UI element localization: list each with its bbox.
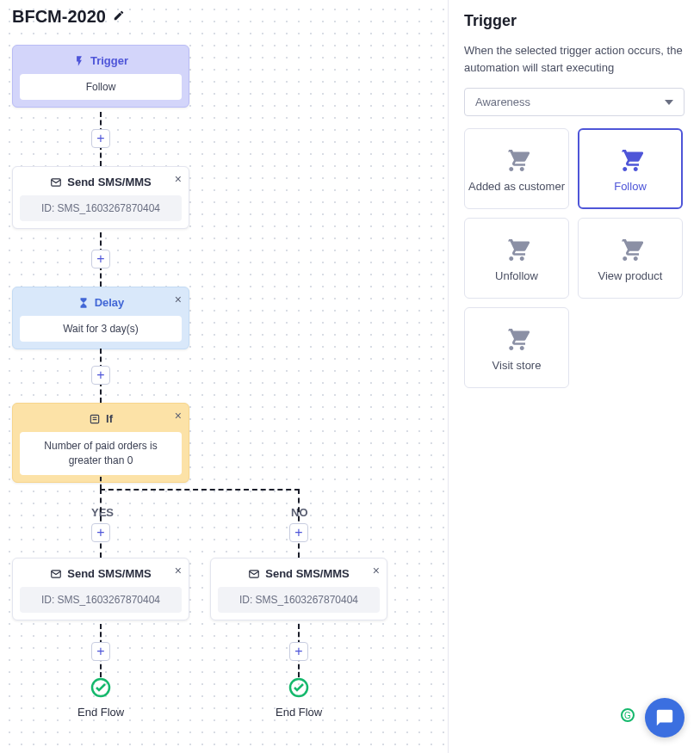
trigger-tiles: Added as customer Follow Unfollow View p… — [464, 128, 685, 388]
trigger-node-header: Trigger — [13, 46, 189, 74]
sms-node-1[interactable]: × Send SMS/MMS ID: SMS_1603267870404 — [12, 166, 189, 229]
close-icon[interactable]: × — [175, 172, 182, 186]
sms-node-header: Send SMS/MMS — [13, 559, 189, 587]
tile-label: Follow — [614, 180, 647, 193]
add-step-button[interactable]: + — [91, 523, 110, 542]
add-step-button[interactable]: + — [91, 250, 110, 268]
delay-node[interactable]: × Delay Wait for 3 day(s) — [12, 287, 189, 349]
chat-button[interactable] — [645, 698, 685, 738]
sms-node-no[interactable]: × Send SMS/MMS ID: SMS_1603267870404 — [210, 558, 387, 620]
sms-node-value: ID: SMS_1603267870404 — [218, 587, 380, 613]
close-icon[interactable]: × — [373, 564, 380, 577]
if-node-value: Number of paid orders is greater than 0 — [20, 432, 182, 475]
trigger-category-dropdown[interactable]: Awareness — [464, 88, 685, 116]
sms-node-header: Send SMS/MMS — [211, 559, 387, 587]
panel-description: When the selected trigger action occurs,… — [464, 42, 685, 76]
branch-yes-label: YES — [91, 506, 114, 519]
flow-title-row: BFCM-2020 — [12, 7, 125, 27]
sms-node-value: ID: SMS_1603267870404 — [20, 587, 182, 613]
end-flow-label: End Flow — [77, 706, 124, 719]
delay-node-header: Delay — [13, 287, 189, 316]
chevron-down-icon — [665, 98, 673, 107]
connector — [100, 489, 300, 491]
bolt-icon — [73, 55, 85, 67]
close-icon[interactable]: × — [175, 564, 182, 577]
add-step-button[interactable]: + — [91, 129, 110, 148]
tile-label: View product — [598, 269, 663, 282]
cart-icon — [504, 324, 530, 350]
tile-unfollow[interactable]: Unfollow — [464, 218, 569, 299]
envelope-icon — [248, 568, 260, 580]
end-flow-icon — [90, 677, 111, 701]
if-node-label: If — [106, 412, 113, 425]
cart-icon — [504, 235, 530, 261]
close-icon[interactable]: × — [175, 293, 182, 306]
sms-node-label: Send SMS/MMS — [67, 176, 152, 188]
trigger-node-value: Follow — [20, 74, 182, 100]
grammarly-icon[interactable]: G — [621, 708, 635, 722]
cart-icon — [504, 145, 530, 171]
add-step-button[interactable]: + — [91, 642, 110, 661]
end-flow-icon — [288, 677, 309, 701]
dropdown-value: Awareness — [475, 96, 530, 108]
tile-label: Visit store — [492, 359, 542, 372]
delay-node-label: Delay — [95, 296, 125, 309]
connector — [100, 477, 102, 489]
sms-node-yes[interactable]: × Send SMS/MMS ID: SMS_1603267870404 — [12, 558, 189, 620]
add-step-button[interactable]: + — [289, 642, 308, 661]
cart-icon — [617, 235, 643, 261]
if-node-header: If — [13, 404, 189, 432]
if-node[interactable]: × If Number of paid orders is greater th… — [12, 403, 189, 483]
delay-node-value: Wait for 3 day(s) — [20, 316, 182, 342]
add-step-button[interactable]: + — [289, 523, 308, 542]
sms-node-header: Send SMS/MMS — [13, 167, 189, 195]
envelope-icon — [50, 176, 62, 188]
tile-label: Added as customer — [468, 180, 565, 193]
tile-view-product[interactable]: View product — [578, 218, 683, 299]
close-icon[interactable]: × — [175, 409, 182, 423]
trigger-node-label: Trigger — [90, 54, 128, 67]
hourglass-icon — [77, 297, 90, 309]
tile-label: Unfollow — [495, 269, 538, 282]
side-panel: Trigger When the selected trigger action… — [448, 0, 700, 753]
panel-heading: Trigger — [464, 12, 685, 30]
sms-node-label: Send SMS/MMS — [265, 567, 350, 580]
edit-title-icon[interactable] — [113, 9, 125, 25]
condition-icon — [89, 413, 101, 425]
flow-title: BFCM-2020 — [12, 7, 106, 27]
end-flow-label: End Flow — [276, 706, 322, 719]
envelope-icon — [50, 568, 62, 580]
add-step-button[interactable]: + — [91, 366, 110, 385]
cart-icon — [617, 145, 643, 171]
sms-node-value: ID: SMS_1603267870404 — [20, 195, 182, 221]
trigger-node[interactable]: Trigger Follow — [12, 45, 189, 108]
tile-visit-store[interactable]: Visit store — [464, 307, 569, 388]
sms-node-label: Send SMS/MMS — [67, 567, 152, 580]
tile-added-as-customer[interactable]: Added as customer — [464, 128, 569, 209]
chat-icon — [655, 708, 674, 727]
tile-follow[interactable]: Follow — [578, 128, 683, 209]
flow-canvas[interactable]: BFCM-2020 Trigger Follow + × Send SMS/MM… — [0, 0, 448, 753]
